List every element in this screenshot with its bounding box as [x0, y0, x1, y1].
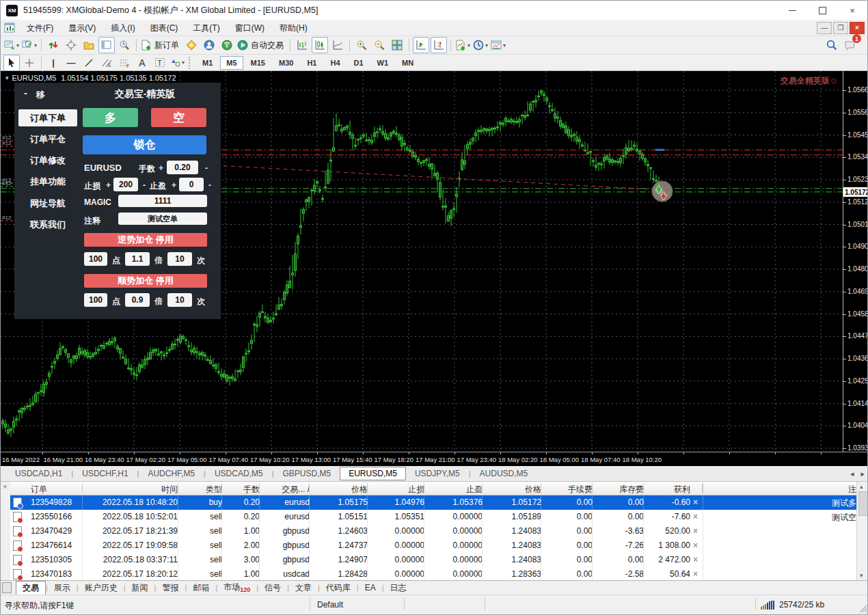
- menu-help[interactable]: 帮助(H): [272, 21, 315, 35]
- chart-minimize-button[interactable]: —: [817, 22, 832, 34]
- stoploss-decrease-button[interactable]: -: [143, 180, 146, 190]
- line-chart-mode-button[interactable]: [329, 37, 346, 53]
- autotrading-button[interactable]: 自动交易: [236, 37, 286, 53]
- column-header-commission[interactable]: 手续费: [545, 484, 593, 495]
- terminal-tab-mailbox[interactable]: 邮箱: [187, 582, 215, 594]
- stoploss-input[interactable]: 200: [113, 178, 138, 191]
- panel-menu-pending-order[interactable]: 挂单功能: [18, 173, 77, 190]
- panel-menu-contact-us[interactable]: 联系我们: [18, 216, 77, 233]
- order-row[interactable]: 1235498282022.05.18 10:48:20buy0.20eurus…: [10, 495, 856, 510]
- buy-button[interactable]: 多: [83, 108, 138, 127]
- column-header-comment[interactable]: 注释: [707, 484, 865, 495]
- trend-points-input[interactable]: 100: [84, 293, 107, 307]
- chart-tab-usdcad-m5[interactable]: USDCAD,M5: [206, 467, 272, 480]
- close-order-button[interactable]: ×: [693, 497, 698, 507]
- shapes-tool-button[interactable]: ▾: [169, 55, 186, 71]
- order-row[interactable]: 1234701832022.05.17 18:20:12sell1.00usdc…: [10, 567, 856, 580]
- timeframe-m30-button[interactable]: M30: [273, 56, 299, 70]
- menu-view[interactable]: 显示(V): [61, 21, 103, 35]
- chart-tab-audusd-m5[interactable]: AUDUSD,M5: [471, 467, 537, 480]
- tabs-scroll-left-icon[interactable]: ◂: [850, 469, 854, 478]
- timeframe-d1-button[interactable]: D1: [348, 56, 370, 70]
- terminal-tab-market[interactable]: 市场120: [217, 581, 256, 594]
- sell-button[interactable]: 空: [151, 108, 206, 127]
- scrollbar-thumb[interactable]: [858, 491, 868, 516]
- close-order-button[interactable]: ×: [693, 555, 698, 564]
- chart-collapse-icon[interactable]: ▾: [5, 74, 9, 81]
- chart-tab-audchf-m5[interactable]: AUDCHF,M5: [139, 467, 204, 480]
- new-chart-button[interactable]: +▾: [3, 37, 20, 53]
- chart-close-button[interactable]: ×: [850, 22, 865, 34]
- timeframe-m5-button[interactable]: M5: [220, 56, 243, 70]
- order-row[interactable]: 1235103052022.05.18 03:37:11sell3.00gbpu…: [10, 553, 856, 568]
- lock-position-button[interactable]: 锁仓: [83, 135, 206, 154]
- column-header-profit[interactable]: 获利: [648, 484, 690, 495]
- resize-grip[interactable]: [858, 603, 867, 615]
- periods-button[interactable]: ▾: [472, 37, 489, 53]
- toolbar-drag-handle[interactable]: [189, 57, 193, 69]
- indicators-button-dropdown-icon[interactable]: ▾: [467, 42, 470, 49]
- counter-trend-martingale-button[interactable]: 逆势加仓 停用: [84, 233, 207, 247]
- order-row[interactable]: 1234704292022.05.17 18:21:39sell1.00gbpu…: [10, 524, 856, 539]
- window-minimize-button[interactable]: [777, 1, 807, 20]
- scroll-down-icon[interactable]: ▾: [860, 572, 863, 579]
- trend-multiplier-input[interactable]: 0.9: [125, 293, 150, 307]
- templates-button[interactable]: ▾: [490, 37, 506, 53]
- terminal-tab-trade[interactable]: 交易: [16, 581, 46, 595]
- text-tool-button[interactable]: A: [134, 55, 150, 71]
- order-row[interactable]: 1235501662022.05.18 10:52:01sell0.20euru…: [10, 510, 856, 525]
- tile-windows-button[interactable]: [389, 37, 405, 53]
- navigator-button[interactable]: [81, 37, 97, 53]
- auto-scroll-button[interactable]: [413, 37, 429, 53]
- column-header-swap[interactable]: 库存费: [597, 484, 644, 495]
- panel-move-handle[interactable]: 移: [36, 89, 45, 101]
- templates-button-dropdown-icon[interactable]: ▾: [503, 42, 506, 49]
- chart-area[interactable]: #12#12#12#12#12 ▾ EURUSD,M5 1.05154 1.05…: [1, 71, 868, 452]
- column-header-symbol[interactable]: 交易... /: [264, 484, 310, 495]
- terminal-close-icon[interactable]: ×: [3, 482, 7, 491]
- menu-file[interactable]: 文件(F): [19, 21, 61, 35]
- notifications-button[interactable]: 1: [841, 37, 858, 53]
- horizontal-line-tool-button[interactable]: —: [63, 55, 79, 71]
- magic-input[interactable]: 1111: [118, 195, 207, 207]
- counter-times-input[interactable]: 10: [167, 252, 192, 266]
- time-axis[interactable]: 16 May 202216 May 21:0016 May 23:4017 Ma…: [1, 452, 868, 467]
- column-header-time[interactable]: 时间: [87, 484, 178, 495]
- scroll-up-icon[interactable]: ▴: [860, 483, 863, 490]
- market-watch-button[interactable]: [45, 37, 62, 53]
- price-axis[interactable]: 1.056651.055601.054501.053401.052301.051…: [843, 71, 868, 452]
- column-header-lots[interactable]: 手数: [226, 484, 260, 495]
- trend-following-martingale-button[interactable]: 顺势加仓 停用: [84, 274, 207, 288]
- fibonacci-tool-button[interactable]: F: [116, 55, 133, 71]
- search-button[interactable]: [824, 37, 840, 53]
- terminal-tab-articles[interactable]: 文章: [289, 582, 318, 594]
- stoploss-increase-button[interactable]: +: [106, 180, 111, 190]
- menu-window[interactable]: 窗口(W): [228, 21, 272, 35]
- lots-decrease-button[interactable]: -: [205, 163, 208, 173]
- bar-chart-mode-button[interactable]: [294, 37, 310, 53]
- close-order-button[interactable]: ×: [693, 541, 698, 550]
- lots-increase-button[interactable]: +: [159, 163, 163, 173]
- crosshair-tool-button[interactable]: [21, 55, 38, 71]
- zoom-in-button[interactable]: [353, 37, 370, 53]
- zoom-out-button[interactable]: [371, 37, 388, 53]
- panel-menu-modify-order[interactable]: 订单修改: [18, 152, 77, 169]
- timeframe-m15-button[interactable]: M15: [245, 56, 271, 70]
- terminal-toggle-button[interactable]: [98, 37, 115, 53]
- terminal-scrollbar[interactable]: ▴ ▾: [856, 482, 868, 580]
- indicators-button[interactable]: ▾: [455, 37, 471, 53]
- terminal-tab-journal[interactable]: 日志: [384, 582, 413, 594]
- chart-shift-button[interactable]: [431, 37, 447, 53]
- panel-menu-web-nav[interactable]: 网址导航: [18, 195, 77, 212]
- close-order-button[interactable]: ×: [693, 569, 698, 579]
- strategy-tester-button[interactable]: [116, 37, 133, 53]
- panel-menu-place-order[interactable]: 订单下单: [18, 109, 77, 126]
- terminal-tab-signals[interactable]: 信号: [258, 582, 287, 594]
- chart-restore-button[interactable]: ❐: [833, 22, 848, 34]
- column-header-price2[interactable]: 价格: [487, 484, 541, 495]
- data-window-button[interactable]: [63, 37, 79, 53]
- profiles-button-dropdown-icon[interactable]: ▾: [34, 42, 37, 49]
- takeprofit-input[interactable]: 0: [179, 178, 204, 191]
- takeprofit-decrease-button[interactable]: -: [208, 180, 211, 190]
- timeframe-m1-button[interactable]: M1: [196, 56, 219, 70]
